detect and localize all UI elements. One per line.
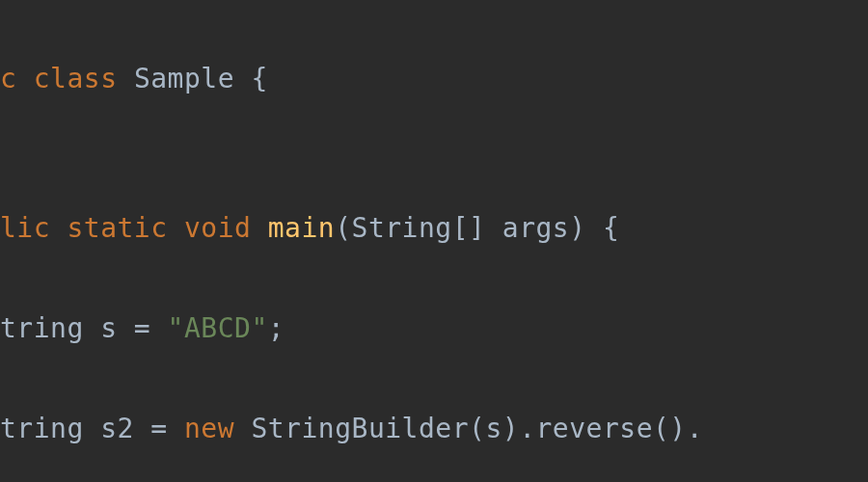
- variable: s2: [100, 413, 134, 444]
- partial-type: tring: [0, 312, 100, 344]
- partial-keyword: c: [0, 63, 34, 94]
- space: [168, 212, 184, 244]
- space: [251, 212, 267, 244]
- parameter: args: [502, 212, 569, 244]
- method-call: reverse: [535, 413, 653, 444]
- paren-close: ): [502, 413, 519, 444]
- keyword-new: new: [184, 413, 234, 444]
- code-line[interactable]: tring s2 = new StringBuilder(s).reverse(…: [0, 404, 868, 454]
- variable: s: [100, 312, 117, 344]
- keyword-class: class: [34, 63, 118, 94]
- argument: s: [485, 413, 502, 444]
- space: [234, 413, 251, 444]
- partial-type: tring: [0, 413, 100, 444]
- space: [118, 63, 134, 94]
- code-line[interactable]: tring s = "ABCD";: [0, 304, 868, 354]
- string-literal: "ABCD": [168, 312, 268, 344]
- semicolon: ;: [268, 312, 285, 344]
- class-name: Sample: [134, 63, 234, 94]
- brackets: []: [452, 212, 502, 244]
- paren-open: (: [469, 413, 485, 444]
- type-name: String: [352, 212, 452, 244]
- space: [586, 212, 603, 244]
- assign: =: [118, 312, 168, 344]
- paren-close: ): [569, 212, 585, 244]
- brace-open: {: [251, 63, 267, 94]
- keyword-void: void: [184, 212, 251, 244]
- assign: =: [134, 413, 184, 444]
- method-name: main: [268, 212, 335, 244]
- code-editor[interactable]: c class Sample { lic static void main(St…: [0, 4, 868, 482]
- code-line[interactable]: c class Sample {: [0, 54, 868, 104]
- partial-keyword: lic: [0, 212, 67, 244]
- code-line[interactable]: lic static void main(String[] args) {: [0, 203, 868, 254]
- constructor-name: StringBuilder: [251, 413, 469, 444]
- space: [234, 63, 251, 94]
- parens: (): [653, 413, 687, 444]
- dot: .: [519, 413, 535, 444]
- dot: .: [687, 413, 703, 444]
- brace-open: {: [603, 212, 619, 244]
- keyword-static: static: [67, 212, 167, 244]
- paren-open: (: [335, 212, 351, 244]
